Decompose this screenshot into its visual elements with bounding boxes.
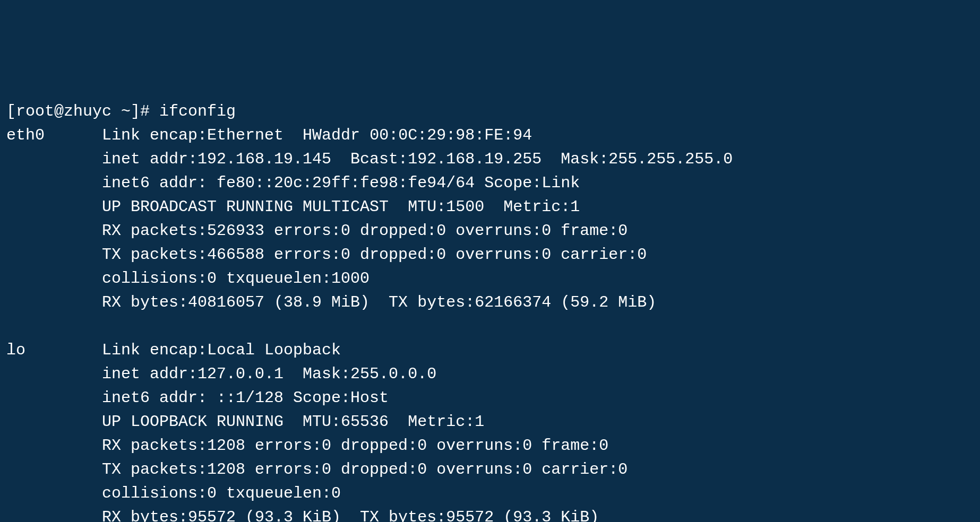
eth0-collisions: collisions:0 txqueuelen:1000 [102, 269, 369, 288]
eth0-inet6-addr: inet6 addr: fe80::20c:29ff:fe98:fe94/64 … [102, 174, 580, 192]
eth0-inet-addr: inet addr:192.168.19.145 Bcast:192.168.1… [102, 150, 733, 168]
lo-rx-packets: RX packets:1208 errors:0 dropped:0 overr… [102, 437, 608, 455]
eth0-flags: UP BROADCAST RUNNING MULTICAST MTU:1500 … [102, 198, 580, 216]
eth0-rx-packets: RX packets:526933 errors:0 dropped:0 ove… [102, 222, 627, 240]
eth0-bytes: RX bytes:40816057 (38.9 MiB) TX bytes:62… [102, 293, 656, 311]
lo-flags: UP LOOPBACK RUNNING MTU:65536 Metric:1 [102, 413, 484, 431]
lo-bytes: RX bytes:95572 (93.3 KiB) TX bytes:95572… [102, 508, 599, 522]
lo-name: lo [6, 341, 25, 359]
lo-tx-packets: TX packets:1208 errors:0 dropped:0 overr… [102, 460, 627, 478]
eth0-tx-packets: TX packets:466588 errors:0 dropped:0 ove… [102, 246, 647, 264]
terminal-output[interactable]: [root@zhuyc ~]# ifconfig eth0 Link encap… [6, 100, 974, 522]
lo-inet-addr: inet addr:127.0.0.1 Mask:255.0.0.0 [102, 365, 436, 383]
lo-inet6-addr: inet6 addr: ::1/128 Scope:Host [102, 389, 389, 407]
lo-link-encap: Link encap:Local Loopback [102, 341, 341, 359]
eth0-link-encap: Link encap:Ethernet HWaddr 00:0C:29:98:F… [102, 126, 532, 144]
eth0-name: eth0 [6, 126, 45, 144]
prompt-line: [root@zhuyc ~]# ifconfig [6, 102, 236, 120]
lo-collisions: collisions:0 txqueuelen:0 [102, 484, 341, 502]
